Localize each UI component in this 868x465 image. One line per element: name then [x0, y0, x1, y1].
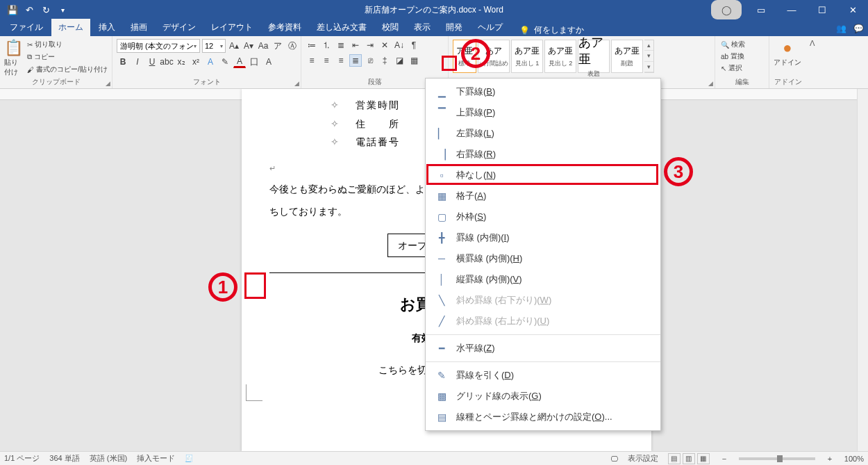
tab-home[interactable]: ホーム — [51, 19, 90, 36]
maximize-icon[interactable]: ☐ — [807, 0, 837, 19]
tab-design[interactable]: デザイン — [156, 19, 203, 36]
font-launcher-icon[interactable]: ◢ — [294, 80, 299, 87]
tell-me-search[interactable]: 💡 何をしますか — [519, 24, 584, 36]
display-settings-icon[interactable]: 🖵 — [610, 455, 618, 463]
page-indicator[interactable]: 1/1 ページ — [4, 453, 40, 464]
format-painter-button[interactable]: 🖌書式のコピー/貼り付け — [26, 64, 108, 75]
borders-menu-insideh[interactable]: ─横罫線 (内側)(H) — [426, 248, 660, 269]
borders-menu-outside[interactable]: ▢外枠(S) — [426, 206, 660, 227]
borders-menu-hline[interactable]: ━水平線(Z) — [426, 338, 660, 359]
replace-button[interactable]: ab置換 — [719, 51, 746, 62]
save-icon[interactable]: 💾 — [6, 3, 19, 17]
borders-split-icon[interactable]: ▦ — [408, 54, 420, 67]
bullets-icon[interactable]: ≔ — [306, 39, 318, 51]
italic-button[interactable]: I — [131, 56, 144, 68]
strikethrough-button[interactable]: abc — [160, 56, 173, 68]
word-count[interactable]: 364 単語 — [49, 453, 79, 464]
copy-button[interactable]: ⧉コピー — [26, 51, 108, 63]
tab-insert[interactable]: 挿入 — [92, 19, 122, 36]
close-icon[interactable]: ✕ — [837, 0, 868, 19]
zoom-in-icon[interactable]: + — [825, 455, 835, 463]
borders-menu-bottom[interactable]: ▁下罫線(B) — [426, 81, 660, 102]
increase-indent-icon[interactable]: ⇥ — [364, 39, 376, 51]
font-name-combo[interactable]: 游明朝 (本文のフォン▾ — [117, 39, 200, 53]
decrease-indent-icon[interactable]: ⇤ — [349, 39, 362, 51]
char-shading-icon[interactable]: A — [262, 56, 275, 68]
vertical-scrollbar[interactable] — [857, 89, 868, 451]
borders-menu-draw[interactable]: ✎罫線を引く(D) — [426, 365, 660, 386]
tab-file[interactable]: ファイル — [3, 19, 50, 36]
zoom-level[interactable]: 100% — [844, 455, 864, 463]
phonetic-guide-icon[interactable]: ア — [272, 40, 284, 52]
minimize-icon[interactable]: — — [776, 0, 807, 19]
styles-launcher-icon[interactable]: ◢ — [708, 80, 713, 87]
zoom-slider[interactable] — [739, 457, 815, 460]
find-button[interactable]: 🔍検索 — [719, 39, 746, 50]
share-icon[interactable]: 👥 — [836, 24, 846, 33]
clipboard-launcher-icon[interactable]: ◢ — [106, 80, 110, 87]
change-case-icon[interactable]: Aa — [257, 40, 269, 52]
select-button[interactable]: ↖選択 — [719, 63, 744, 74]
tab-references[interactable]: 参考資料 — [261, 19, 308, 36]
style-heading1[interactable]: あア亜見出し 1 — [511, 40, 543, 73]
redo-icon[interactable]: ↻ — [39, 3, 53, 17]
grow-font-icon[interactable]: A▴ — [228, 40, 240, 52]
text-effects-icon[interactable]: A — [204, 56, 217, 68]
underline-button[interactable]: U — [146, 56, 158, 68]
style-title[interactable]: あア亜表題 — [578, 40, 610, 73]
shading-icon[interactable]: ◪ — [393, 54, 406, 67]
sort-icon[interactable]: A↓ — [393, 39, 406, 51]
paste-button[interactable]: 📋 貼り付け — [4, 38, 23, 76]
borders-menu-grid[interactable]: ▩グリッド線の表示(G) — [426, 386, 660, 407]
style-subtitle[interactable]: あア亜副題 — [611, 40, 643, 73]
align-center-icon[interactable]: ≡ — [320, 54, 333, 67]
clear-formatting-icon[interactable]: Ⓐ — [286, 40, 297, 52]
shrink-font-icon[interactable]: A▾ — [242, 40, 255, 52]
tab-developer[interactable]: 開発 — [439, 19, 469, 36]
style-heading2[interactable]: あア亜見出し 2 — [544, 40, 576, 73]
distributed-icon[interactable]: ⎚ — [364, 54, 376, 67]
cut-button[interactable]: ✂切り取り — [26, 39, 108, 50]
web-layout-icon[interactable]: ▦ — [697, 453, 710, 464]
tab-draw[interactable]: 描画 — [124, 19, 154, 36]
numbering-icon[interactable]: ⒈ — [320, 39, 333, 51]
zoom-out-icon[interactable]: − — [719, 455, 729, 463]
insert-mode-indicator[interactable]: 挿入モード — [137, 453, 175, 464]
superscript-button[interactable]: x² — [190, 56, 202, 68]
borders-menu-all[interactable]: ▦格子(A) — [426, 186, 660, 206]
accessibility-icon[interactable]: 🧾 — [185, 455, 193, 462]
enclose-char-icon[interactable]: 囗 — [248, 56, 260, 68]
borders-menu-right[interactable]: ▕右罫線(R) — [426, 144, 660, 165]
line-spacing-icon[interactable]: ‡ — [378, 54, 391, 67]
borders-menu-insidev[interactable]: │縦罫線 (内側)(V) — [426, 269, 660, 290]
qat-customize-icon[interactable]: ▾ — [56, 3, 69, 17]
borders-menu-left[interactable]: ▏左罫線(L) — [426, 123, 660, 144]
align-left-icon[interactable]: ≡ — [306, 54, 318, 67]
style-gallery-more[interactable]: ▴▾▾ — [644, 40, 654, 73]
tab-layout[interactable]: レイアウト — [204, 19, 260, 36]
borders-menu-top[interactable]: ▔上罫線(P) — [426, 102, 660, 123]
print-layout-icon[interactable]: ▥ — [683, 453, 695, 464]
show-hide-icon[interactable]: ¶ — [408, 39, 420, 51]
display-settings[interactable]: 表示設定 — [628, 453, 658, 464]
borders-menu-insideall[interactable]: ╋罫線 (内側)(I) — [426, 227, 660, 248]
language-indicator[interactable]: 英語 (米国) — [90, 453, 127, 464]
align-right-icon[interactable]: ≡ — [335, 54, 347, 67]
highlight-color-icon[interactable]: ✎ — [219, 56, 231, 68]
read-mode-icon[interactable]: ▤ — [668, 453, 681, 464]
collapse-ribbon-icon[interactable]: ᐱ — [807, 36, 818, 88]
comments-icon[interactable]: 💬 — [853, 24, 864, 33]
multilevel-list-icon[interactable]: ≣ — [335, 39, 347, 51]
font-color-icon[interactable]: A — [233, 56, 246, 68]
font-size-combo[interactable]: 12▾ — [202, 39, 226, 53]
borders-menu-dialog[interactable]: ▤線種とページ罫線と網かけの設定(O)... — [426, 407, 660, 427]
subscript-button[interactable]: x₂ — [175, 56, 187, 68]
undo-icon[interactable]: ↶ — [22, 3, 36, 17]
justify-icon[interactable]: ≣ — [349, 54, 362, 67]
account-avatar[interactable]: ◯ — [711, 0, 742, 19]
tab-mailings[interactable]: 差し込み文書 — [310, 19, 374, 36]
ribbon-display-options-icon[interactable]: ▭ — [746, 0, 776, 19]
asian-layout-icon[interactable]: ✕ — [378, 39, 391, 51]
addin-button[interactable]: ●アドイン — [774, 38, 801, 67]
tab-review[interactable]: 校閲 — [375, 19, 406, 36]
